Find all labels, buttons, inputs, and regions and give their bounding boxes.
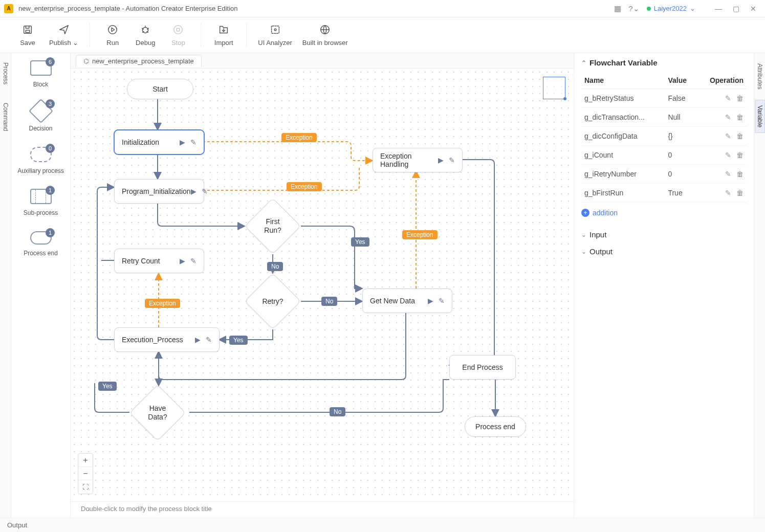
node-have-data[interactable]: Have Data? bbox=[129, 385, 186, 441]
toolbar: Save Publish ⌄ Run Debug Stop Import bbox=[0, 17, 765, 53]
delete-icon[interactable]: 🗑 bbox=[736, 113, 744, 121]
edit-icon[interactable]: ✎ bbox=[725, 113, 731, 121]
panel-title[interactable]: ⌃Flowchart Variable bbox=[581, 58, 747, 67]
play-icon[interactable]: ▶ bbox=[195, 336, 201, 344]
edge-label-exception: Exception bbox=[281, 133, 317, 142]
zoom-controls: + − ⛶ bbox=[78, 453, 93, 494]
editor-tab[interactable]: ⌬ new_enterprise_process_template bbox=[76, 55, 202, 67]
maximize-button[interactable]: ▢ bbox=[728, 3, 744, 15]
svg-point-9 bbox=[174, 26, 183, 34]
right-panel: ⌃Flowchart Variable Name Value Operation… bbox=[574, 53, 754, 518]
edge-label-yes: Yes bbox=[229, 336, 248, 345]
node-retry[interactable]: Retry? bbox=[245, 273, 301, 329]
palette-process-end[interactable]: 1 Process end bbox=[13, 231, 68, 257]
edit-icon[interactable]: ✎ bbox=[439, 297, 445, 305]
import-button[interactable]: Import bbox=[212, 24, 235, 47]
edit-icon[interactable]: ✎ bbox=[202, 187, 208, 195]
node-program-init[interactable]: Program_Initialization ▶✎ bbox=[114, 179, 204, 204]
help-icon[interactable]: ?⌄ bbox=[628, 4, 639, 13]
delete-icon[interactable]: 🗑 bbox=[736, 170, 744, 178]
edit-icon[interactable]: ✎ bbox=[190, 257, 196, 265]
var-value: 0 bbox=[665, 146, 696, 165]
apps-icon[interactable]: ▦ bbox=[614, 4, 621, 13]
palette-aux-process[interactable]: 0 Auxiliary process bbox=[13, 147, 68, 174]
delete-icon[interactable]: 🗑 bbox=[736, 151, 744, 159]
play-icon[interactable]: ▶ bbox=[428, 297, 433, 305]
palette-block[interactable]: 6 Block bbox=[13, 60, 68, 88]
edit-icon[interactable]: ✎ bbox=[206, 336, 212, 344]
edge-label-exception: Exception bbox=[402, 230, 438, 239]
flowchart-canvas[interactable]: Start Initialization ▶✎ Program_Initiali… bbox=[71, 69, 574, 501]
node-exception-handling[interactable]: Exception Handling ▶✎ bbox=[373, 148, 463, 172]
col-value: Value bbox=[665, 72, 696, 89]
minimap[interactable] bbox=[543, 77, 565, 99]
edit-icon[interactable]: ✎ bbox=[725, 151, 731, 159]
delete-icon[interactable]: 🗑 bbox=[736, 132, 744, 140]
node-retry-count[interactable]: Retry Count ▶✎ bbox=[114, 249, 204, 273]
left-tab-command[interactable]: Command bbox=[1, 99, 10, 135]
var-value: Null bbox=[665, 108, 696, 127]
close-button[interactable]: ✕ bbox=[746, 3, 761, 15]
zoom-out-button[interactable]: − bbox=[78, 467, 93, 480]
run-button[interactable]: Run bbox=[101, 24, 124, 47]
play-icon[interactable]: ▶ bbox=[180, 257, 185, 265]
edit-icon[interactable]: ✎ bbox=[725, 94, 731, 102]
canvas-hint: Double-click to modify the process block… bbox=[71, 501, 574, 518]
left-tab-strip: Process Command bbox=[0, 53, 11, 518]
col-name: Name bbox=[581, 72, 665, 89]
node-end-process[interactable]: End Process bbox=[449, 355, 516, 380]
edit-icon[interactable]: ✎ bbox=[725, 132, 731, 140]
var-value: True bbox=[665, 184, 696, 203]
var-value: 0 bbox=[665, 165, 696, 184]
edit-icon[interactable]: ✎ bbox=[725, 170, 731, 178]
status-output[interactable]: Output bbox=[7, 521, 27, 529]
var-value: {} bbox=[665, 127, 696, 146]
palette-sub-process[interactable]: 1 Sub-process bbox=[13, 189, 68, 216]
zoom-in-button[interactable]: + bbox=[78, 454, 93, 467]
play-icon[interactable]: ▶ bbox=[438, 156, 444, 164]
table-row: g_iRetryNumber0✎🗑 bbox=[581, 165, 747, 184]
user-menu[interactable]: Laiyer2022 ⌄ bbox=[647, 5, 695, 12]
node-start[interactable]: Start bbox=[127, 79, 193, 99]
delete-icon[interactable]: 🗑 bbox=[736, 189, 744, 197]
zoom-fit-button[interactable]: ⛶ bbox=[78, 480, 93, 494]
app-icon: A bbox=[4, 4, 13, 13]
var-name: g_dicTransaction... bbox=[581, 108, 665, 127]
svg-rect-12 bbox=[271, 26, 279, 34]
window-title: new_enterprise_process_template - Automa… bbox=[18, 5, 614, 12]
stop-button: Stop bbox=[167, 24, 189, 47]
publish-button[interactable]: Publish ⌄ bbox=[49, 24, 78, 47]
right-tab-variable[interactable]: Variable bbox=[755, 100, 765, 133]
node-get-new-data[interactable]: Get New Data ▶✎ bbox=[362, 289, 452, 313]
left-tab-process[interactable]: Process bbox=[1, 58, 10, 88]
svg-point-2 bbox=[108, 26, 117, 34]
main-area: Process Command 6 Block 3 Decision 0 Aux… bbox=[0, 53, 765, 518]
delete-icon[interactable]: 🗑 bbox=[736, 94, 744, 102]
node-first-run[interactable]: First Run? bbox=[245, 198, 301, 254]
var-ops: ✎🗑 bbox=[696, 184, 747, 203]
edge-label-yes: Yes bbox=[351, 237, 369, 247]
section-input[interactable]: ⌄Input bbox=[581, 226, 747, 243]
var-name: g_bRetryStatus bbox=[581, 89, 665, 108]
node-process-end[interactable]: Process end bbox=[465, 416, 526, 437]
ui-analyzer-button[interactable]: UI Analyzer bbox=[258, 24, 292, 47]
palette-decision[interactable]: 3 Decision bbox=[13, 102, 68, 132]
right-tab-strip: Attributes Variable bbox=[754, 53, 765, 518]
play-icon[interactable]: ▶ bbox=[191, 187, 196, 195]
add-variable-link[interactable]: + addition bbox=[581, 209, 747, 217]
save-button[interactable]: Save bbox=[16, 24, 39, 47]
play-icon[interactable]: ▶ bbox=[180, 138, 185, 146]
right-tab-attributes[interactable]: Attributes bbox=[755, 58, 764, 95]
plus-icon: + bbox=[581, 209, 589, 217]
edit-icon[interactable]: ✎ bbox=[449, 156, 455, 164]
node-execution[interactable]: Execution_Process ▶✎ bbox=[114, 327, 220, 352]
minimize-button[interactable]: — bbox=[711, 3, 726, 15]
canvas-wrap: ⌬ new_enterprise_process_template bbox=[71, 53, 574, 518]
edge-label-exception: Exception bbox=[287, 182, 322, 191]
node-initialization[interactable]: Initialization ▶✎ bbox=[114, 130, 204, 154]
builtin-browser-button[interactable]: Built in browser bbox=[302, 24, 348, 47]
edit-icon[interactable]: ✎ bbox=[190, 138, 196, 146]
section-output[interactable]: ⌄Output bbox=[581, 243, 747, 260]
debug-button[interactable]: Debug bbox=[134, 24, 157, 47]
edit-icon[interactable]: ✎ bbox=[725, 189, 731, 197]
